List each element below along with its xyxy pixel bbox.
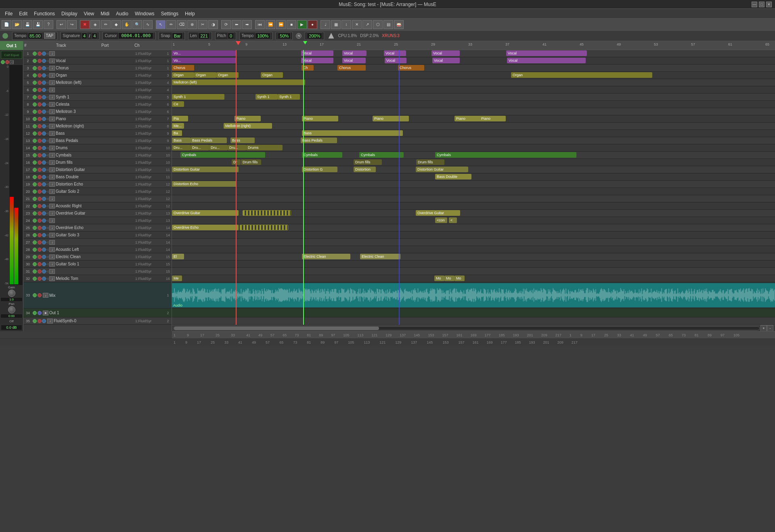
track-solo-26[interactable]: [38, 233, 42, 237]
mode5-btn[interactable]: 🔍: [132, 20, 142, 29]
segment-22-1[interactable]: [243, 210, 291, 216]
track-expand-12[interactable]: ◁: [46, 132, 48, 135]
segment-4-0[interactable]: Mellotron (left): [172, 79, 305, 85]
canvas-row-1[interactable]: Vo...VocalVocalVocalVocalVocal: [172, 50, 775, 57]
track-mute-15[interactable]: [33, 153, 37, 157]
segment-13-4[interactable]: Drums: [246, 145, 283, 150]
zoom-in-btn[interactable]: +: [760, 325, 767, 332]
track-solo-6[interactable]: [38, 88, 42, 92]
segment-3-1[interactable]: Organ: [194, 72, 216, 78]
track-expand-21[interactable]: ◁: [46, 197, 48, 200]
track-arm-7[interactable]: [42, 95, 46, 99]
track-header-row-17[interactable]: 17 ◁ ♩ Distortion Guitar 1:FluidSyr 11: [23, 166, 172, 173]
track-header-row-33[interactable]: 33 ♪ Mix 1: [23, 282, 172, 309]
segment-14-2[interactable]: Cymbals: [359, 152, 404, 158]
track-header-row-7[interactable]: 7 ◁ ♩ Synth 1 1:FluidSyr 5: [23, 94, 172, 101]
segment-3-4[interactable]: Organ: [511, 72, 652, 78]
track-solo-1[interactable]: [38, 52, 42, 56]
track-arm-27[interactable]: [42, 240, 46, 244]
segment-31-3[interactable]: Mo: [455, 275, 465, 281]
zoom-value[interactable]: 200%: [307, 33, 322, 39]
canvas-row-11[interactable]: Me...Mellotron (right): [172, 123, 775, 130]
mode1-btn[interactable]: ◈: [90, 20, 100, 29]
track-header-row-10[interactable]: 10 ◁ ♩ Piano 1:FluidSyr 7: [23, 115, 172, 123]
track-arm-30[interactable]: [42, 262, 46, 266]
segment-15-2[interactable]: Drum fills: [354, 159, 382, 165]
canvas-row-28[interactable]: [172, 246, 775, 253]
track-mute-11[interactable]: [33, 124, 37, 128]
track-mute-2[interactable]: [33, 59, 37, 63]
click-btn[interactable]: ✕: [352, 20, 362, 29]
track-solo-30[interactable]: [38, 262, 42, 266]
track-arm-11[interactable]: [42, 124, 46, 128]
segment-28-1[interactable]: Electric Clean: [302, 254, 350, 259]
segment-11-0[interactable]: Ba: [172, 130, 182, 136]
track-header-row-6[interactable]: 6 ◁ ♩ 1:FluidSyr 4: [23, 86, 172, 94]
track-expand-18[interactable]: ◁: [46, 175, 48, 179]
segment-10-1[interactable]: Mellotron (right): [224, 123, 272, 129]
glue-btn[interactable]: ⊕: [187, 20, 197, 29]
segment-31-0[interactable]: Me: [172, 275, 182, 281]
segment-14-1[interactable]: Cymbals: [302, 152, 342, 158]
track-header-row-11[interactable]: 11 ◁ ♩ Mellotron (right) 1:FluidSyr 8: [23, 123, 172, 130]
segment-31-1[interactable]: Mo: [434, 275, 444, 281]
track-arm-13[interactable]: [42, 139, 46, 143]
segment-11-1[interactable]: Bass: [302, 130, 403, 136]
canvas-row-18[interactable]: Bass Double: [172, 173, 775, 181]
track-header-row-8[interactable]: 8 ◁ ♩ Celesta 1:FluidSyr 6: [23, 101, 172, 108]
track-expand-15[interactable]: ◁: [46, 154, 48, 157]
segment-15-3[interactable]: Drum fills: [416, 159, 444, 165]
canvas-row-29[interactable]: ElElectric CleanElectric Clean: [172, 253, 775, 261]
track-header-row-24[interactable]: 24 ◁ ♩ 1:FluidSyr 13: [23, 217, 172, 224]
segment-13-2[interactable]: Dru...: [209, 145, 228, 150]
canvas-row-27[interactable]: [172, 239, 775, 246]
segment-0-5[interactable]: Vocal: [506, 50, 587, 56]
track-arm-32[interactable]: [42, 277, 46, 281]
track-mute-10[interactable]: [33, 117, 37, 121]
menu-file[interactable]: File: [2, 10, 16, 17]
track-arm-19[interactable]: [42, 182, 46, 186]
track-expand-20[interactable]: ◁: [46, 190, 48, 193]
track-solo-16[interactable]: [38, 161, 42, 165]
stop-btn[interactable]: ■: [287, 20, 296, 29]
segment-9-2[interactable]: Piano: [302, 116, 338, 121]
track-header-row-21[interactable]: 21 ◁ ♩ 1:FluidSyr 12: [23, 195, 172, 202]
track-solo-23[interactable]: [38, 211, 42, 215]
tap-btn[interactable]: TAP: [44, 33, 56, 39]
track-mute-5[interactable]: [33, 81, 37, 85]
track-header-row-34[interactable]: 34 ▶ Out 1 2: [23, 309, 172, 317]
segment-2-1[interactable]: Ch: [302, 65, 314, 71]
track-solo-8[interactable]: [38, 102, 42, 106]
track-expand-9[interactable]: ◁: [46, 110, 48, 113]
segment-13-0[interactable]: Dru...: [172, 145, 191, 150]
track-arm-18[interactable]: [42, 175, 46, 179]
audio-waveform-mix[interactable]: [172, 283, 775, 307]
track-solo-28[interactable]: [38, 248, 42, 252]
canvas-row-4[interactable]: OrganOrganOrganOrganOrgan: [172, 72, 775, 79]
canvas-row-31[interactable]: [172, 268, 775, 275]
track-solo-13[interactable]: [38, 139, 42, 143]
track-solo-27[interactable]: [38, 240, 42, 244]
snap-value[interactable]: Bar: [172, 33, 183, 39]
track-expand-24[interactable]: ◁: [46, 219, 48, 222]
track-header-row-20[interactable]: 20 ◁ ♩ Guitar Solo 2 1:FluidSyr 12: [23, 188, 172, 195]
canvas-row-5[interactable]: Mellotron (left): [172, 79, 775, 86]
track-solo-18[interactable]: [38, 175, 42, 179]
beat-btn[interactable]: ↗: [362, 20, 372, 29]
track-expand-32[interactable]: ◁: [46, 277, 48, 280]
segment-1-3[interactable]: Vocal: [385, 58, 406, 63]
track-expand-25[interactable]: ◁: [46, 226, 48, 229]
segment-17-0[interactable]: Bass Double: [435, 174, 471, 179]
track-solo-9[interactable]: [38, 110, 42, 114]
segment-0-3[interactable]: Vocal: [384, 50, 406, 56]
track-mute-23[interactable]: [33, 211, 37, 215]
canvas-row-33[interactable]: Audio: [172, 282, 775, 309]
track-header-row-14[interactable]: 14 ◁ ♩ Drums 1:FluidSyr 10: [23, 144, 172, 152]
track-mute-34[interactable]: [33, 311, 37, 315]
segment-9-5[interactable]: Piano: [480, 116, 506, 121]
mute-btn[interactable]: [1, 60, 5, 64]
segment-1-4[interactable]: Vocal: [432, 58, 460, 63]
track-expand-31[interactable]: ◁: [46, 270, 48, 273]
track-solo-10[interactable]: [38, 117, 42, 121]
track-expand-6[interactable]: ◁: [46, 88, 48, 92]
